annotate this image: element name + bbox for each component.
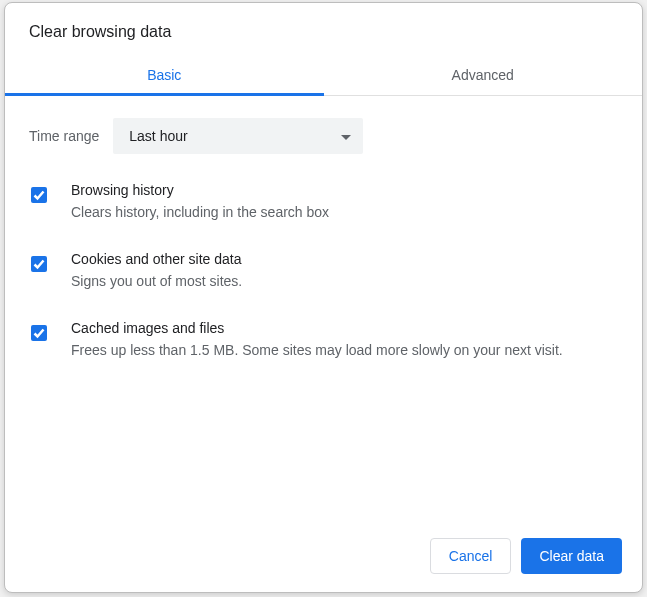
option-cookies: Cookies and other site data Signs you ou… (29, 251, 618, 292)
option-text: Cached images and files Frees up less th… (71, 320, 618, 361)
option-browsing-history: Browsing history Clears history, includi… (29, 182, 618, 223)
checkmark-icon (32, 188, 46, 202)
checkmark-icon (32, 326, 46, 340)
option-text: Cookies and other site data Signs you ou… (71, 251, 618, 292)
option-desc: Frees up less than 1.5 MB. Some sites ma… (71, 340, 618, 361)
checkmark-icon (32, 257, 46, 271)
cancel-button[interactable]: Cancel (430, 538, 512, 574)
option-title: Cookies and other site data (71, 251, 618, 267)
dropdown-arrow-icon (341, 128, 351, 144)
tabs: Basic Advanced (5, 59, 642, 96)
tab-basic[interactable]: Basic (5, 59, 324, 95)
time-range-row: Time range Last hour (29, 118, 618, 154)
checkbox-cookies[interactable] (31, 256, 47, 272)
dialog-content: Time range Last hour Browsing history Cl… (5, 96, 642, 522)
option-desc: Signs you out of most sites. (71, 271, 618, 292)
time-range-label: Time range (29, 128, 99, 144)
clear-browsing-data-dialog: Clear browsing data Basic Advanced Time … (4, 2, 643, 593)
option-desc: Clears history, including in the search … (71, 202, 618, 223)
dialog-footer: Cancel Clear data (5, 522, 642, 592)
dialog-title: Clear browsing data (5, 3, 642, 59)
checkbox-cache[interactable] (31, 325, 47, 341)
time-range-value: Last hour (129, 128, 187, 144)
option-text: Browsing history Clears history, includi… (71, 182, 618, 223)
time-range-select[interactable]: Last hour (113, 118, 363, 154)
clear-data-button[interactable]: Clear data (521, 538, 622, 574)
checkbox-browsing-history[interactable] (31, 187, 47, 203)
tab-advanced[interactable]: Advanced (324, 59, 643, 95)
option-cache: Cached images and files Frees up less th… (29, 320, 618, 361)
option-title: Cached images and files (71, 320, 618, 336)
option-title: Browsing history (71, 182, 618, 198)
